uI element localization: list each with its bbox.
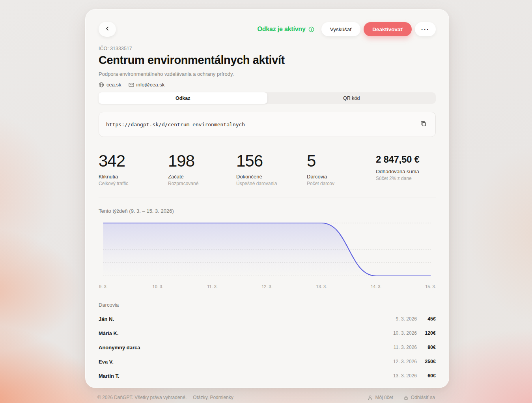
x-tick-label: 14. 3. — [371, 284, 382, 289]
stats-row: 342 Kliknutia Celkový traffic 198 Začaté… — [99, 153, 436, 186]
stat-value: 2 847,50 € — [376, 153, 436, 164]
website-link[interactable]: cea.sk — [99, 82, 121, 88]
logout-link[interactable]: Odhlásiť sa — [403, 395, 435, 400]
weekly-activity-chart: 9. 3.10. 3.11. 3.12. 3.13. 3.14. 3.15. 3… — [103, 220, 431, 290]
donor-row: Martin T. 13. 3. 2026 60€ — [99, 369, 436, 383]
stat-sublabel: Celkový traffic — [99, 181, 168, 186]
info-circle-icon[interactable] — [308, 26, 314, 32]
campaign-card: Odkaz je aktívny Vyskúšať Deaktivovať ··… — [85, 9, 449, 388]
x-tick-label: 13. 3. — [316, 284, 327, 289]
stat-started: 198 Začaté Rozpracované — [168, 153, 236, 186]
x-tick-label: 15. 3. — [425, 284, 436, 289]
share-url-field[interactable]: https://dangpt.sk/d/centrum-environmenta… — [99, 112, 436, 137]
deactivate-button[interactable]: Deaktivovať — [364, 22, 412, 36]
copy-button[interactable] — [418, 119, 428, 130]
page-footer: © 2026 DaňGPT. Všetky práva vyhradené. O… — [97, 395, 435, 400]
logout-label: Odhlásiť sa — [411, 395, 435, 400]
chart-title: Tento týždeň (9. 3. – 15. 3. 2026) — [99, 208, 436, 214]
donor-amount: 80€ — [417, 345, 436, 350]
tab-qr-code[interactable]: QR kód — [267, 92, 436, 104]
stat-sublabel: Rozpracované — [168, 181, 236, 186]
card-header: Odkaz je aktívny Vyskúšať Deaktivovať ··… — [99, 21, 436, 38]
stat-label: Kliknutia — [99, 174, 168, 180]
org-registration-number: IČO: 31333517 — [99, 46, 436, 51]
x-tick-label: 11. 3. — [207, 284, 218, 289]
chart-x-axis: 9. 3.10. 3.11. 3.12. 3.13. 3.14. 3.15. 3… — [103, 284, 431, 290]
donor-name: Anonymný darca — [99, 345, 381, 351]
donor-date: 11. 3. 2026 — [381, 345, 417, 350]
status-label: Odkaz je aktívny — [257, 26, 305, 33]
share-url-text: https://dangpt.sk/d/centrum-environmenta… — [106, 122, 418, 127]
donor-date: 9. 3. 2026 — [381, 316, 417, 322]
donor-row: Eva V. 12. 3. 2026 250€ — [99, 354, 436, 369]
stat-value: 198 — [168, 153, 236, 169]
stat-completed: 156 Dokončené Úspešné darovania — [236, 153, 307, 186]
back-button[interactable] — [99, 22, 116, 37]
stat-estimated-sum: 2 847,50 € Odhadovaná suma Súčet 2% z da… — [376, 153, 436, 186]
try-button[interactable]: Vyskúšať — [321, 22, 361, 36]
stat-donors: 5 Darcovia Počet darcov — [307, 153, 376, 186]
stat-value: 156 — [236, 153, 307, 169]
donor-name: Ján N. — [99, 316, 381, 322]
org-description: Podpora environmentálneho vzdelávania a … — [99, 71, 436, 77]
stat-sublabel: Počet darcov — [307, 181, 376, 186]
x-tick-label: 12. 3. — [261, 284, 273, 289]
section-divider — [99, 197, 436, 197]
donor-name: Martin T. — [99, 373, 381, 379]
copy-icon — [420, 120, 427, 128]
stat-label: Odhadovaná suma — [376, 169, 436, 174]
stat-label: Darcovia — [307, 174, 376, 180]
donor-row: Anonymný darca 11. 3. 2026 80€ — [99, 340, 436, 354]
contact-row: cea.sk info@cea.sk — [99, 82, 436, 88]
donor-amount: 120€ — [417, 330, 436, 336]
stat-value: 342 — [99, 153, 168, 169]
tab-link[interactable]: Odkaz — [99, 92, 267, 104]
donor-date: 13. 3. 2026 — [381, 373, 417, 379]
stat-label: Začaté — [168, 174, 236, 180]
website-label: cea.sk — [106, 82, 121, 88]
donor-row: Ján N. 9. 3. 2026 45€ — [99, 312, 436, 326]
my-account-label: Môj účet — [375, 395, 393, 400]
donor-amount: 45€ — [417, 316, 436, 322]
donor-date: 12. 3. 2026 — [381, 359, 417, 364]
copyright-text: © 2026 DaňGPT. Všetky práva vyhradené. — [97, 395, 187, 400]
stat-sublabel: Súčet 2% z dane — [376, 176, 436, 181]
stat-sublabel: Úspešné darovania — [236, 181, 307, 186]
donor-amount: 60€ — [417, 373, 436, 379]
stat-label: Dokončené — [236, 174, 307, 180]
person-icon — [368, 395, 373, 400]
donors-list: Ján N. 9. 3. 2026 45€ Mária K. 10. 3. 20… — [99, 312, 436, 383]
x-tick-label: 10. 3. — [153, 284, 164, 289]
donors-heading: Darcovia — [99, 302, 436, 308]
more-button[interactable]: ··· — [415, 22, 436, 36]
email-link[interactable]: info@cea.sk — [129, 82, 165, 88]
envelope-icon — [129, 82, 134, 88]
link-qr-tabs: Odkaz QR kód — [99, 92, 436, 104]
link-status: Odkaz je aktívny — [257, 26, 314, 33]
chart-canvas — [103, 220, 431, 280]
x-tick-label: 9. 3. — [99, 284, 107, 289]
stat-value: 5 — [307, 153, 376, 169]
my-account-link[interactable]: Môj účet — [368, 395, 393, 400]
donor-date: 10. 3. 2026 — [381, 330, 417, 336]
donor-name: Eva V. — [99, 359, 381, 365]
page-background: Odkaz je aktívny Vyskúšať Deaktivovať ··… — [0, 0, 532, 403]
page-title: Centrum environmentálnych aktivít — [99, 54, 436, 67]
stat-clicks: 342 Kliknutia Celkový traffic — [99, 153, 168, 186]
donor-name: Mária K. — [99, 330, 381, 336]
globe-icon — [99, 82, 104, 88]
footer-links[interactable]: Otázky, Podmienky — [193, 395, 233, 400]
donor-row: Mária K. 10. 3. 2026 120€ — [99, 326, 436, 340]
email-label: info@cea.sk — [136, 82, 165, 88]
chevron-left-icon — [105, 26, 110, 32]
donor-amount: 250€ — [417, 359, 436, 364]
lock-icon — [403, 395, 409, 400]
